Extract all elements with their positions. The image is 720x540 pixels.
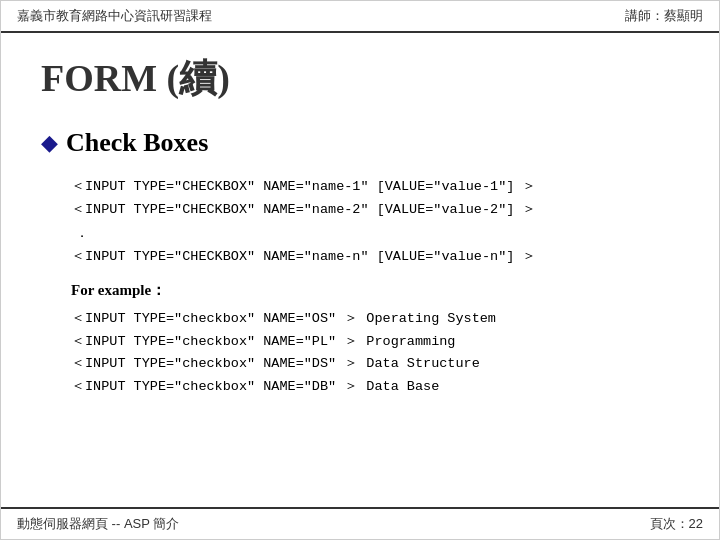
section-heading: ◆ Check Boxes [41, 128, 679, 158]
code-line-2: ＜INPUT TYPE="CHECKBOX" NAME="name-2" [VA… [71, 199, 679, 222]
slide-title: FORM (續) [41, 53, 679, 104]
header: 嘉義市教育網路中心資訊研習課程 講師：蔡顯明 [1, 1, 719, 33]
code-line-1: ＜INPUT TYPE="CHECKBOX" NAME="name-1" [VA… [71, 176, 679, 199]
footer: 動態伺服器網頁 -- ASP 簡介 頁次：22 [1, 507, 719, 539]
code-block-examples: ＜INPUT TYPE="checkbox" NAME="OS" ＞ Opera… [71, 308, 679, 400]
code-ellipsis: ． [75, 222, 679, 246]
diamond-bullet-icon: ◆ [41, 132, 58, 154]
footer-right: 頁次：22 [650, 515, 703, 533]
slide-container: 嘉義市教育網路中心資訊研習課程 講師：蔡顯明 FORM (續) ◆ Check … [0, 0, 720, 540]
main-content: FORM (續) ◆ Check Boxes ＜INPUT TYPE="CHEC… [1, 33, 719, 431]
example-line-4: ＜INPUT TYPE="checkbox" NAME="DB" ＞ Data … [71, 376, 679, 399]
example-line-1: ＜INPUT TYPE="checkbox" NAME="OS" ＞ Opera… [71, 308, 679, 331]
code-line-3: ＜INPUT TYPE="CHECKBOX" NAME="name-n" [VA… [71, 246, 679, 269]
section-title: Check Boxes [66, 128, 208, 158]
for-example-label: For example： [71, 281, 679, 300]
header-right: 講師：蔡顯明 [625, 7, 703, 25]
footer-left: 動態伺服器網頁 -- ASP 簡介 [17, 515, 179, 533]
example-line-2: ＜INPUT TYPE="checkbox" NAME="PL" ＞ Progr… [71, 331, 679, 354]
header-left: 嘉義市教育網路中心資訊研習課程 [17, 7, 212, 25]
code-block-syntax: ＜INPUT TYPE="CHECKBOX" NAME="name-1" [VA… [71, 176, 679, 269]
example-line-3: ＜INPUT TYPE="checkbox" NAME="DS" ＞ Data … [71, 353, 679, 376]
